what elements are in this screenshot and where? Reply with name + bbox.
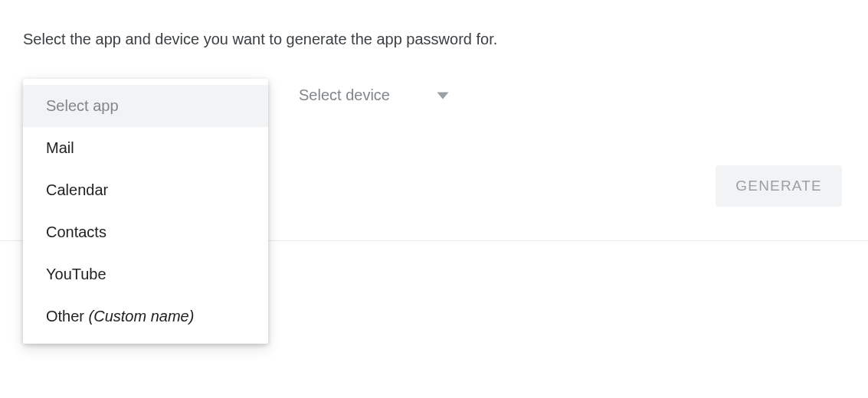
app-select-placeholder: Select app: [23, 85, 268, 127]
app-select-menu: Select app Mail Calendar Contacts YouTub…: [23, 79, 268, 344]
device-select-placeholder: Select device: [299, 86, 390, 104]
app-option-youtube[interactable]: YouTube: [23, 253, 268, 295]
chevron-down-icon: [436, 91, 450, 100]
app-option-other-suffix: (Custom name): [89, 308, 195, 325]
svg-marker-0: [437, 92, 448, 99]
app-option-other-label: Other: [46, 308, 89, 325]
app-option-other[interactable]: Other (Custom name): [23, 295, 268, 338]
app-option-contacts[interactable]: Contacts: [23, 211, 268, 253]
instruction-text: Select the app and device you want to ge…: [23, 31, 845, 48]
device-select-dropdown[interactable]: Select device: [283, 79, 465, 112]
app-option-mail[interactable]: Mail: [23, 127, 268, 169]
app-option-calendar[interactable]: Calendar: [23, 169, 268, 211]
generate-button[interactable]: GENERATE: [716, 165, 842, 207]
